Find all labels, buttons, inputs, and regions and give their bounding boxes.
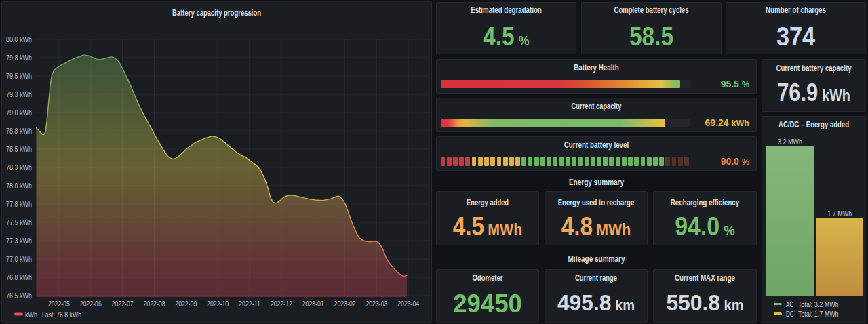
svg-text:2022-07: 2022-07 <box>112 300 134 308</box>
svg-text:2023-03: 2023-03 <box>366 300 387 308</box>
svg-text:2022-05: 2022-05 <box>48 300 70 308</box>
svg-text:2023-02: 2023-02 <box>334 300 356 308</box>
svg-text:2023-01: 2023-01 <box>302 300 324 308</box>
svg-text:Last: 76.8 kWh: Last: 76.8 kWh <box>42 311 81 319</box>
svg-text:2022-11: 2022-11 <box>239 300 260 308</box>
svg-text:77.3 kWh: 77.3 kWh <box>6 237 32 245</box>
svg-text:Battery capacity progression: Battery capacity progression <box>172 8 261 18</box>
svg-text:2022-06: 2022-06 <box>80 300 102 308</box>
svg-text:79.3 kWh: 79.3 kWh <box>6 90 32 98</box>
svg-text:79.5 kWh: 79.5 kWh <box>6 72 32 80</box>
svg-text:77.8 kWh: 77.8 kWh <box>6 200 32 208</box>
svg-text:77.5 kWh: 77.5 kWh <box>6 218 32 226</box>
svg-text:76.8 kWh: 76.8 kWh <box>6 273 32 281</box>
svg-text:78.5 kWh: 78.5 kWh <box>6 145 32 153</box>
svg-text:78.0 kWh: 78.0 kWh <box>6 182 32 190</box>
svg-text:79.8 kWh: 79.8 kWh <box>6 54 32 62</box>
svg-text:kWh: kWh <box>25 311 37 319</box>
svg-text:2022-10: 2022-10 <box>207 300 229 308</box>
svg-text:2022-12: 2022-12 <box>271 300 292 308</box>
svg-text:76.5 kWh: 76.5 kWh <box>6 291 32 300</box>
svg-text:2022-09: 2022-09 <box>175 300 197 308</box>
svg-text:80.0 kWh: 80.0 kWh <box>6 35 32 43</box>
svg-text:2023-04: 2023-04 <box>397 300 419 308</box>
svg-text:78.3 kWh: 78.3 kWh <box>6 163 32 171</box>
svg-text:2022-08: 2022-08 <box>144 300 165 308</box>
svg-text:78.8 kWh: 78.8 kWh <box>6 127 32 135</box>
svg-text:79.0 kWh: 79.0 kWh <box>6 108 32 117</box>
svg-text:77.0 kWh: 77.0 kWh <box>6 255 32 263</box>
